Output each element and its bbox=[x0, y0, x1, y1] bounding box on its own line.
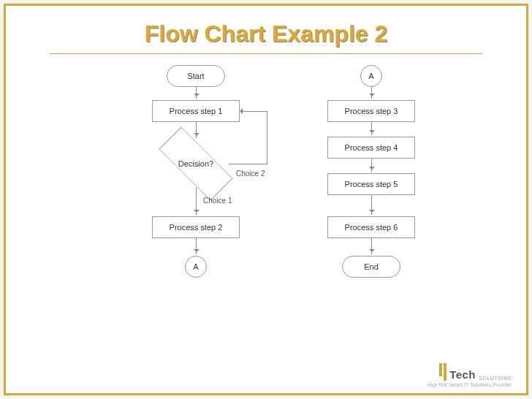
logo-tagline: High RW based IT Solutions Provider bbox=[427, 382, 512, 387]
process-step-3: Process step 3 bbox=[327, 100, 415, 122]
choice-2-label: Choice 2 bbox=[236, 170, 265, 178]
decision-label: Decision? bbox=[159, 140, 232, 188]
edge bbox=[229, 164, 267, 164]
edge bbox=[241, 111, 267, 112]
process-step-6: Process step 6 bbox=[327, 216, 415, 238]
connector-a-out: A bbox=[185, 256, 207, 278]
arrow bbox=[371, 122, 372, 135]
arrow bbox=[196, 188, 197, 215]
process-step-2: Process step 2 bbox=[152, 216, 240, 238]
arrow-head bbox=[237, 108, 243, 114]
arrow bbox=[196, 87, 197, 99]
choice-1-label: Choice 1 bbox=[203, 197, 232, 205]
process-step-4: Process step 4 bbox=[327, 137, 415, 159]
logo-icon bbox=[439, 363, 446, 381]
logo-subtext: SOLUTIONS bbox=[479, 376, 512, 381]
footer-logo: Tech SOLUTIONS High RW based IT Solution… bbox=[427, 363, 512, 387]
edge bbox=[267, 111, 267, 164]
arrow bbox=[371, 159, 372, 172]
flowchart-canvas: Start Process step 1 Decision? Choice 2 … bbox=[6, 54, 526, 368]
terminator-start: Start bbox=[167, 65, 225, 87]
arrow bbox=[371, 195, 372, 215]
arrow bbox=[371, 87, 372, 99]
arrow bbox=[371, 238, 372, 254]
arrow bbox=[196, 238, 197, 254]
slide-title: Flow Chart Example 2 bbox=[50, 6, 482, 54]
slide-frame: Flow Chart Example 2 Start Process step … bbox=[4, 4, 528, 395]
decision-node: Decision? bbox=[159, 140, 232, 188]
connector-a-in: A bbox=[360, 65, 382, 87]
logo-text: Tech bbox=[449, 368, 476, 381]
process-step-5: Process step 5 bbox=[327, 173, 415, 195]
terminator-end: End bbox=[342, 256, 400, 278]
arrow bbox=[196, 122, 197, 138]
process-step-1: Process step 1 bbox=[152, 100, 240, 122]
